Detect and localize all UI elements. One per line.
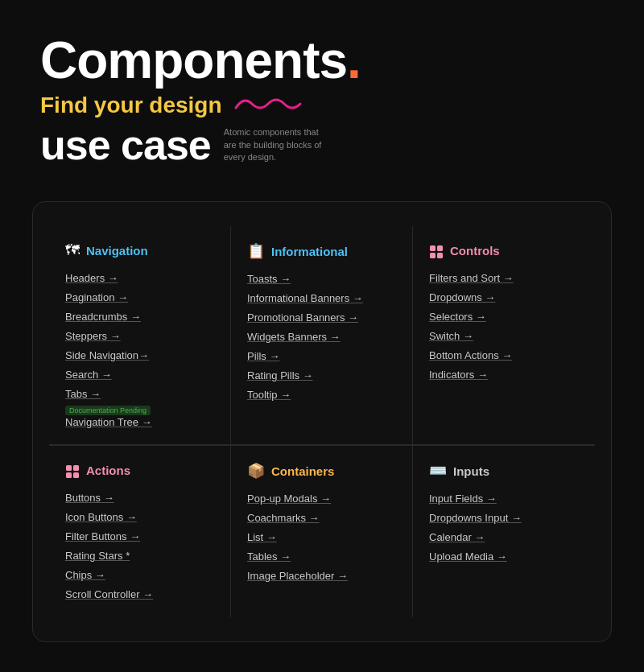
svg-rect-2 [430, 253, 436, 258]
list-item: Pills → [247, 348, 396, 363]
icon-buttons-link[interactable]: Icon Buttons → [65, 511, 137, 523]
svg-rect-0 [430, 245, 436, 251]
breadcrumbs-link[interactable]: Breadcrumbs → [65, 311, 141, 323]
actions-icon [65, 462, 80, 479]
containers-links: Pop-up Modals → Coachmarks → List → Tabl… [247, 491, 396, 583]
inputs-section: ⌨️ Inputs Input Fields → Dropdowns Input… [413, 445, 595, 617]
list-item: Promotional Banners → [247, 310, 396, 324]
scroll-controller-link[interactable]: Scroll Controller → [65, 588, 153, 600]
svg-rect-3 [437, 253, 443, 258]
list-item: Steppers → [65, 328, 214, 343]
svg-rect-1 [437, 245, 443, 251]
list-item: Icon Buttons → [65, 509, 214, 524]
navigation-icon: 🗺 [65, 242, 80, 259]
actions-links: Buttons → Icon Buttons → Filter Buttons … [65, 490, 214, 601]
list-item: Scroll Controller → [65, 587, 214, 601]
controls-icon [429, 242, 444, 259]
containers-section: 📦 Containers Pop-up Modals → Coachmarks … [231, 445, 413, 617]
headers-link[interactable]: Headers → [65, 272, 118, 284]
list-item: Image Placeholder → [247, 568, 396, 583]
calendar-link[interactable]: Calendar → [429, 531, 485, 543]
tables-link[interactable]: Tables → [247, 550, 291, 563]
list-item: Search → [65, 367, 214, 381]
toasts-link[interactable]: Toasts → [247, 273, 291, 285]
list-item: Indicators → [429, 367, 579, 381]
input-fields-link[interactable]: Input Fields → [429, 493, 497, 505]
list-item: List → [247, 530, 396, 544]
chips-link[interactable]: Chips → [65, 569, 105, 581]
list-item: Pagination → [65, 290, 214, 304]
content-panel: 🗺 Navigation Headers → Pagination → Brea… [32, 201, 612, 642]
widgets-banners-link[interactable]: Widgets Banners → [247, 331, 341, 343]
informational-links: Toasts → Informational Banners → Promoti… [247, 271, 396, 402]
list-item: Input Fields → [429, 491, 579, 505]
list-item: Calendar → [429, 530, 579, 544]
inputs-icon: ⌨️ [429, 462, 447, 480]
list-item: Filter Buttons → [65, 529, 214, 543]
bottom-grid: Actions Buttons → Icon Buttons → Filter … [49, 445, 595, 617]
inputs-header: ⌨️ Inputs [429, 462, 579, 480]
filters-sort-link[interactable]: Filters and Sort → [429, 272, 514, 284]
doc-pending-badge: Documentation Pending [65, 406, 151, 415]
selectors-link[interactable]: Selectors → [429, 311, 486, 323]
actions-header: Actions [65, 462, 214, 479]
top-grid: 🗺 Navigation Headers → Pagination → Brea… [49, 226, 595, 445]
svg-rect-6 [66, 472, 72, 478]
navigation-header: 🗺 Navigation [65, 242, 214, 259]
rating-stars-link[interactable]: Rating Stars * [65, 550, 130, 562]
steppers-link[interactable]: Steppers → [65, 330, 121, 342]
inputs-links: Input Fields → Dropdowns Input → Calenda… [429, 491, 579, 563]
image-placeholder-link[interactable]: Image Placeholder → [247, 570, 348, 582]
list-item: Coachmarks → [247, 510, 396, 525]
coachmarks-link[interactable]: Coachmarks → [247, 512, 320, 524]
list-item: Breadcrumbs → [65, 309, 214, 324]
svg-rect-4 [66, 465, 72, 471]
dropdowns-input-link[interactable]: Dropdowns Input → [429, 512, 522, 524]
list-item: Switch → [429, 328, 579, 343]
informational-banners-link[interactable]: Informational Banners → [247, 292, 363, 304]
informational-icon: 📋 [247, 242, 265, 260]
indicators-link[interactable]: Indicators → [429, 369, 488, 381]
buttons-link[interactable]: Buttons → [65, 492, 114, 504]
tabs-link[interactable]: Tabs → [65, 388, 101, 400]
dropdowns-link[interactable]: Dropdowns → [429, 291, 495, 303]
list-item: Selectors → [429, 309, 579, 324]
list-link[interactable]: List → [247, 531, 277, 543]
navigation-links: Headers → Pagination → Breadcrumbs → Ste… [65, 270, 214, 428]
list-item: Tables → [247, 549, 396, 563]
hero-title: Components. [40, 32, 604, 89]
switch-link[interactable]: Switch → [429, 330, 473, 342]
informational-section: 📋 Informational Toasts → Informational B… [231, 226, 413, 444]
bottom-actions-link[interactable]: Bottom Actions → [429, 349, 512, 361]
list-item: Dropdowns Input → [429, 510, 579, 525]
actions-section: Actions Buttons → Icon Buttons → Filter … [49, 445, 231, 617]
list-item: Pop-up Modals → [247, 491, 396, 505]
list-item: Bottom Actions → [429, 348, 579, 362]
rating-pills-link[interactable]: Rating Pills → [247, 369, 313, 381]
list-item: Filters and Sort → [429, 270, 579, 285]
list-item: Upload Media → [429, 549, 579, 563]
promotional-banners-link[interactable]: Promotional Banners → [247, 311, 358, 324]
list-item: Tabs → [65, 386, 214, 401]
containers-icon: 📦 [247, 462, 265, 480]
upload-media-link[interactable]: Upload Media → [429, 550, 507, 563]
pagination-link[interactable]: Pagination → [65, 291, 128, 303]
list-item: Dropdowns → [429, 290, 579, 304]
navigation-tree-link[interactable]: Navigation Tree → [65, 416, 152, 428]
popup-modals-link[interactable]: Pop-up Modals → [247, 493, 331, 505]
list-item: Documentation Pending Navigation Tree → [65, 406, 214, 428]
pills-link[interactable]: Pills → [247, 350, 279, 362]
containers-header: 📦 Containers [247, 462, 396, 480]
list-item: Toasts → [247, 271, 396, 286]
search-link[interactable]: Search → [65, 369, 112, 381]
hero-usecase-row: use case Atomic components that are the … [40, 121, 604, 169]
list-item: Buttons → [65, 490, 214, 505]
list-item: Widgets Banners → [247, 329, 396, 344]
side-navigation-link[interactable]: Side Navigation→ [65, 349, 149, 361]
squiggle-icon [232, 92, 304, 119]
informational-header: 📋 Informational [247, 242, 396, 260]
hero-subtitle-row: Find your design [40, 92, 604, 119]
filter-buttons-link[interactable]: Filter Buttons → [65, 530, 140, 542]
tooltip-link[interactable]: Tooltip → [247, 389, 291, 401]
svg-rect-7 [73, 472, 79, 478]
